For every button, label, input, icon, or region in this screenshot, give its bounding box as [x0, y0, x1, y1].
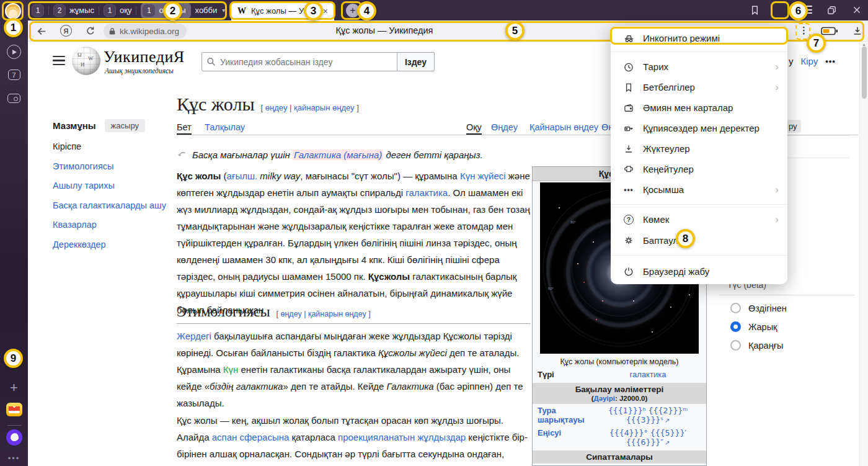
tab-groups: 1 2 жұмыс 1 оқу 1 отбасы хобби ▾	[32, 0, 225, 20]
page-scrollbar[interactable]: ▲	[859, 42, 868, 466]
edit-source-link[interactable]: қайнарын өңдеу	[294, 103, 355, 112]
image-degree-label: 60°	[548, 287, 554, 290]
menu-item-label: Браузерді жабу	[643, 266, 709, 277]
section-heading: Этимологиясы	[177, 303, 270, 320]
tab-counter[interactable]: 7	[0, 69, 28, 80]
toc-item-history[interactable]: Ашылу тарихы	[53, 180, 167, 192]
scroll-up-icon[interactable]: ▲	[862, 42, 866, 47]
screenshot-icon[interactable]	[0, 94, 28, 103]
wikipedia-logo[interactable]: ΩWИ	[72, 47, 100, 75]
tab-group-study[interactable]: 1 оқу	[104, 4, 131, 17]
restore-window-icon[interactable]	[826, 4, 838, 16]
menu-item-downloads[interactable]: Жүктеулер	[611, 138, 787, 159]
group-badge: 1	[104, 4, 116, 17]
external-link-icon[interactable]: ↗	[665, 439, 670, 446]
search-button[interactable]: Іздеу	[397, 52, 435, 71]
radio-icon[interactable]	[730, 340, 741, 351]
tab-edit[interactable]: Өңдеу	[491, 122, 518, 132]
scrollbar-thumb[interactable]	[862, 47, 867, 99]
profile-avatar[interactable]	[5, 3, 21, 19]
menu-item-bookmarks[interactable]: Бетбелгілер ›	[611, 77, 787, 97]
browser-menu: Инкогнито режимі Тарих › Бетбелгілер ›	[611, 26, 787, 284]
menu-item-label: Құпиясөздер мен деректер	[643, 123, 760, 133]
tab-read[interactable]: Оқу	[466, 122, 482, 135]
toc-item-sources[interactable]: Дереккөздер	[53, 239, 167, 251]
wiki-tagline: Ашық энциклопедиясы	[105, 67, 174, 74]
power-icon	[622, 266, 636, 277]
radio-icon[interactable]	[730, 321, 741, 332]
back-icon[interactable]	[36, 25, 48, 37]
external-link-icon[interactable]: ↗	[665, 417, 670, 424]
chevron-right-icon: ›	[775, 81, 779, 94]
menu-item-incognito[interactable]: Инкогнито режимі	[611, 29, 787, 47]
toc-item-other-galaxies[interactable]: Басқа галактикаларды ашу	[53, 200, 167, 212]
article: Құс жолы [ өңдеу | қайнарын өңдеу ] Бет …	[177, 94, 530, 115]
tab-talk[interactable]: Талқылау	[205, 122, 245, 132]
infobox-dec-label[interactable]: Еңісуі	[538, 428, 595, 447]
menu-item-history[interactable]: Тарих ›	[611, 56, 787, 77]
group-badge: 1	[143, 4, 155, 17]
toc-hide-button[interactable]: жасыру	[105, 119, 145, 132]
menu-item-close-browser[interactable]: Браузерді жабу	[611, 260, 787, 282]
toolbar-more-icon[interactable]: ⋮	[799, 25, 808, 36]
play-circle	[7, 45, 21, 59]
menu-item-help[interactable]: Көмек ›	[611, 209, 787, 230]
yandex-button-icon[interactable]	[60, 25, 72, 37]
tab-group-hobby[interactable]: хобби ▾	[195, 6, 226, 15]
annotation-circle-5: 5	[505, 21, 525, 40]
address-bar[interactable]: kk.wikipedia.org	[104, 24, 187, 38]
color-option-dark[interactable]: Қараңғы	[730, 340, 854, 351]
menu-item-passwords[interactable]: Құпиясөздер мен деректер	[611, 118, 787, 138]
radio-icon[interactable]	[730, 303, 741, 313]
paragraph-1: Құс жолы (ағылш. milky way, мағынасы "сү…	[177, 168, 530, 318]
tab-close-icon[interactable]: ×	[323, 7, 328, 16]
edit-link[interactable]: өңдеу	[265, 103, 288, 112]
bookmarks-icon	[622, 82, 636, 93]
toc-item-quasars[interactable]: Квазарлар	[53, 219, 167, 231]
color-option-light[interactable]: Жарық	[730, 321, 854, 332]
group-badge: 2	[53, 4, 66, 17]
tab-group-1[interactable]: 1	[32, 4, 44, 17]
radio-label: Өздігінен	[748, 303, 787, 313]
menu-divider	[611, 52, 787, 52]
battery-icon[interactable]	[821, 27, 838, 36]
group-label: жұмыс	[69, 6, 94, 15]
section-edit-links: [ өңдеу | қайнарын өңдеу ]	[277, 310, 371, 318]
header-more-icon[interactable]: •••	[825, 56, 836, 66]
toc-item-intro[interactable]: Кіріспе	[53, 141, 167, 153]
edit-link[interactable]: өңдеу	[281, 310, 302, 318]
color-option-auto[interactable]: Өздігінен	[730, 303, 854, 313]
toc-item-etymology[interactable]: Этимологиясы	[53, 161, 167, 173]
menu-item-wallet[interactable]: Әмиян мен карталар	[611, 97, 787, 118]
wiki-menu-icon[interactable]	[53, 56, 65, 65]
chevron-right-icon: ›	[775, 184, 779, 196]
yandex-mail-icon[interactable]	[0, 403, 28, 416]
play-icon[interactable]	[0, 45, 28, 59]
infobox-ra-label[interactable]: Тура шарықтауы	[538, 406, 595, 424]
menu-item-extensions[interactable]: Кеңейтулер	[611, 159, 787, 179]
menu-item-settings[interactable]: Баптаулар	[611, 230, 787, 251]
close-window-icon[interactable]	[851, 4, 862, 16]
tab-edit-source[interactable]: Қайнарын өңдеу	[529, 122, 598, 132]
annotation-circle-9: 9	[4, 349, 23, 368]
wiki-wordmark[interactable]: УикипедиЯ	[104, 48, 185, 66]
infobox-type-value[interactable]: галактика	[595, 370, 701, 379]
alice-assistant-icon[interactable]	[0, 429, 28, 446]
login-link[interactable]: Кіру	[801, 56, 818, 66]
downloads-toolbar-icon[interactable]	[852, 25, 863, 37]
hatnote: Басқа мағыналар үшін Галактика (мағына) …	[177, 150, 483, 160]
sidebar-add-icon[interactable]: +	[0, 380, 28, 396]
refresh-icon[interactable]	[85, 25, 96, 37]
tab-page[interactable]: Бет	[177, 122, 192, 135]
browser-sidebar: 7 + •••	[0, 0, 28, 466]
search-input[interactable]	[220, 57, 397, 67]
register-link-partial[interactable]: у	[789, 56, 794, 66]
wiki-user-links: у Кіру •••	[789, 56, 836, 66]
bookmarks-panel-icon[interactable]	[749, 4, 761, 16]
menu-item-more[interactable]: ••• Қосымша ›	[611, 179, 787, 200]
edit-source-link[interactable]: қайнарын өңдеу	[308, 310, 366, 318]
sidebar-more-icon[interactable]: •••	[0, 454, 28, 463]
tab-group-work[interactable]: 2 жұмыс	[53, 4, 94, 17]
paragraph-3: Құс жолы — кең, ақшыл жолақ болып тұтасқ…	[177, 412, 530, 466]
infobox-ra-value: {{{1}}}ʰ {{{2}}}ᵐ {{{3}}}ˢ↗	[595, 406, 701, 424]
